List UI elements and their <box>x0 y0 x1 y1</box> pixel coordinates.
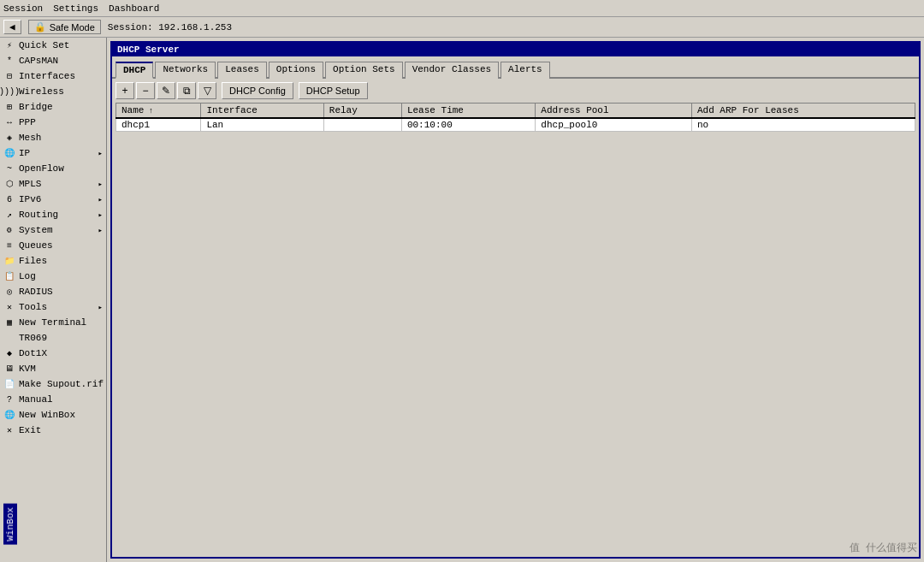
action-toolbar: + − ✎ ⧉ ▽ DHCP Config DHCP Setup <box>112 79 919 103</box>
dhcp-config-button[interactable]: DHCP Config <box>222 82 293 99</box>
sidebar-item-tr069[interactable]: TR069 <box>0 330 106 346</box>
safe-mode-button[interactable]: 🔒 Safe Mode <box>28 20 101 34</box>
mpls-icon: ⬡ <box>3 178 15 190</box>
col-name[interactable]: Name <box>116 104 201 119</box>
kvm-icon: 🖥 <box>3 363 15 375</box>
sidebar-item-openflow[interactable]: ~ OpenFlow <box>0 161 106 176</box>
cell-lease-time: 00:10:00 <box>401 118 535 132</box>
sidebar-item-new-terminal[interactable]: ▦ New Terminal <box>0 315 106 330</box>
sidebar-item-queues[interactable]: ≡ Queues <box>0 238 106 253</box>
add-button[interactable]: + <box>116 82 134 99</box>
sidebar-item-radius[interactable]: ◎ RADIUS <box>0 284 106 299</box>
sidebar-label-bridge: Bridge <box>19 102 53 112</box>
copy-button[interactable]: ⧉ <box>177 82 196 99</box>
sidebar-label-routing: Routing <box>19 210 58 220</box>
interfaces-icon: ⊟ <box>3 70 15 82</box>
filter-button[interactable]: ▽ <box>198 82 216 99</box>
dhcp-title-bar: DHCP Server <box>112 43 919 56</box>
col-lease-time[interactable]: Lease Time <box>401 104 535 119</box>
tab-networks[interactable]: Networks <box>155 62 216 79</box>
sidebar-label-log: Log <box>19 271 36 281</box>
ip-icon: 🌐 <box>3 147 15 159</box>
sidebar-item-dot1x[interactable]: ◆ Dot1X <box>0 346 106 361</box>
winbox-label: WinBox <box>3 504 17 545</box>
tab-leases[interactable]: Leases <box>217 62 267 79</box>
manual-icon: ? <box>3 393 15 405</box>
col-relay[interactable]: Relay <box>323 104 401 119</box>
col-address-pool[interactable]: Address Pool <box>536 104 692 119</box>
col-add-arp[interactable]: Add ARP For Leases <box>691 104 915 119</box>
sidebar-item-new-winbox[interactable]: 🌐 New WinBox <box>0 407 106 423</box>
wireless-icon: )))) <box>3 86 15 98</box>
sidebar-item-manual[interactable]: ? Manual <box>0 392 106 407</box>
cell-add-arp: no <box>691 118 915 132</box>
safe-mode-icon: 🔒 <box>34 21 46 33</box>
menu-session[interactable]: Session <box>3 3 43 14</box>
sidebar-label-capsman: CAPsMAN <box>19 56 58 66</box>
tab-vendor-classes[interactable]: Vendor Classes <box>405 62 499 79</box>
sidebar-item-capsman[interactable]: * CAPsMAN <box>0 53 106 68</box>
watermark: 值 什么值得买 <box>850 541 917 555</box>
menu-dashboard[interactable]: Dashboard <box>109 3 159 14</box>
sidebar-label-tr069: TR069 <box>19 333 47 343</box>
sidebar-item-bridge[interactable]: ⊞ Bridge <box>0 99 106 115</box>
tab-option-sets[interactable]: Option Sets <box>325 62 403 79</box>
sidebar-label-system: System <box>19 225 53 235</box>
sidebar-label-make-supout: Make Supout.rif <box>19 379 104 389</box>
sidebar-label-ipv6: IPv6 <box>19 194 41 204</box>
tools-icon: ✕ <box>3 301 15 313</box>
sidebar-item-mesh[interactable]: ◈ Mesh <box>0 130 106 145</box>
sidebar-item-system[interactable]: ⚙ System <box>0 222 106 238</box>
sidebar-label-manual: Manual <box>19 394 53 405</box>
sidebar-label-mesh: Mesh <box>19 133 41 143</box>
sidebar-item-quickset[interactable]: ⚡ Quick Set <box>0 38 106 53</box>
table-row[interactable]: dhcp1 Lan 00:10:00 dhcp_pool0 no <box>116 118 915 132</box>
sidebar-item-ppp[interactable]: ↔ PPP <box>0 115 106 130</box>
tab-options[interactable]: Options <box>269 62 323 79</box>
sidebar-label-queues: Queues <box>19 240 53 251</box>
content-area: DHCP Server DHCP Networks Leases Options… <box>107 38 924 562</box>
radius-icon: ◎ <box>3 286 15 298</box>
dhcp-setup-button[interactable]: DHCP Setup <box>299 82 368 99</box>
sidebar-label-radius: RADIUS <box>19 287 53 297</box>
back-button[interactable]: ◀ <box>3 20 21 34</box>
sidebar-label-interfaces: Interfaces <box>19 71 75 81</box>
sidebar-item-exit[interactable]: ✕ Exit <box>0 423 106 438</box>
toolbar: ◀ 🔒 Safe Mode Session: 192.168.1.253 <box>0 17 924 38</box>
sidebar-item-tools[interactable]: ✕ Tools <box>0 299 106 315</box>
dhcp-table: Name Interface Relay Lease Time Address … <box>116 103 915 553</box>
ipv6-icon: 6 <box>3 193 15 205</box>
mesh-icon: ◈ <box>3 132 15 144</box>
edit-button[interactable]: ✎ <box>157 82 175 99</box>
sidebar-item-kvm[interactable]: 🖥 KVM <box>0 361 106 376</box>
log-icon: 📋 <box>3 270 15 282</box>
sidebar-item-make-supout[interactable]: 📄 Make Supout.rif <box>0 376 106 392</box>
sidebar-item-log[interactable]: 📋 Log <box>0 269 106 284</box>
tab-alerts[interactable]: Alerts <box>500 62 550 79</box>
sidebar-item-ip[interactable]: 🌐 IP <box>0 145 106 161</box>
remove-button[interactable]: − <box>136 82 155 99</box>
sidebar-label-files: Files <box>19 256 47 266</box>
routing-icon: ↗ <box>3 209 15 221</box>
sidebar-item-ipv6[interactable]: 6 IPv6 <box>0 192 106 207</box>
menu-settings[interactable]: Settings <box>53 3 98 14</box>
tab-bar: DHCP Networks Leases Options Option Sets… <box>112 56 919 79</box>
sidebar-item-files[interactable]: 📁 Files <box>0 253 106 269</box>
sidebar-item-mpls[interactable]: ⬡ MPLS <box>0 176 106 192</box>
dot1x-icon: ◆ <box>3 347 15 359</box>
sidebar: ⚡ Quick Set * CAPsMAN ⊟ Interfaces )))) … <box>0 38 107 562</box>
sidebar-label-mpls: MPLS <box>19 179 41 189</box>
sidebar-label-wireless: Wireless <box>19 86 64 97</box>
tab-dhcp[interactable]: DHCP <box>116 62 153 79</box>
sidebar-item-interfaces[interactable]: ⊟ Interfaces <box>0 68 106 84</box>
sidebar-item-wireless[interactable]: )))) Wireless <box>0 84 106 99</box>
sidebar-label-ip: IP <box>19 148 30 158</box>
sidebar-label-quickset: Quick Set <box>19 40 69 50</box>
exit-icon: ✕ <box>3 424 15 436</box>
sidebar-item-routing[interactable]: ↗ Routing <box>0 207 106 222</box>
system-icon: ⚙ <box>3 224 15 236</box>
openflow-icon: ~ <box>3 163 15 175</box>
col-interface[interactable]: Interface <box>201 104 323 119</box>
sidebar-label-new-winbox: New WinBox <box>19 410 75 420</box>
sidebar-label-dot1x: Dot1X <box>19 348 47 358</box>
